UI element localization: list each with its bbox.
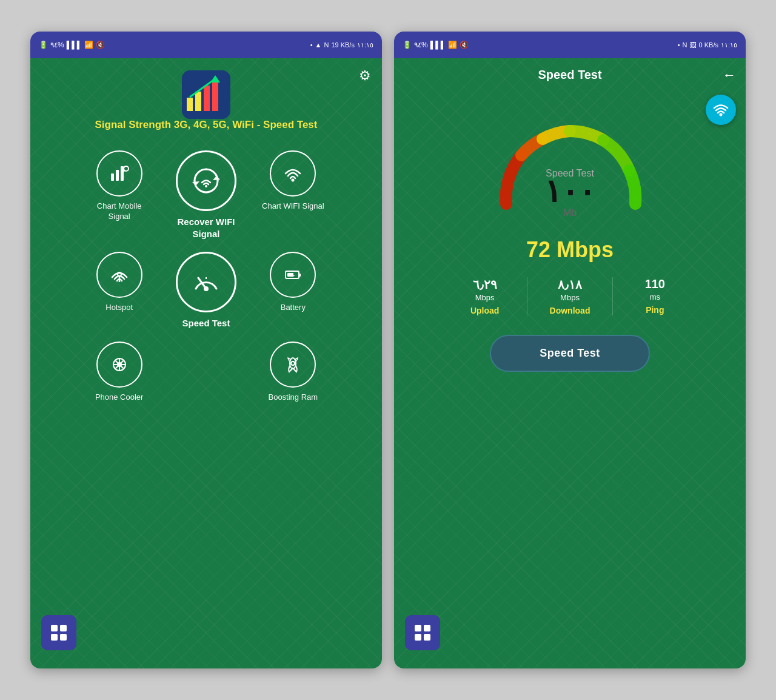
svg-rect-7 (116, 170, 119, 181)
chart-wifi-signal-label: Chart WIFI Signal (262, 201, 324, 212)
time-display: ١١:١٥ (357, 41, 373, 49)
download-stat: ٨٫١٨ Mbps Download (527, 277, 612, 315)
chart-mobile-signal-circle (96, 150, 142, 197)
download-label: Download (550, 306, 590, 315)
svg-rect-60 (415, 634, 421, 641)
svg-text:Mb: Mb (563, 207, 577, 218)
svg-text:١٠٠: ١٠٠ (544, 173, 595, 209)
svg-rect-36 (60, 634, 67, 641)
battery-icon-r: 🔋 (403, 41, 412, 49)
network-r: N (683, 41, 687, 49)
battery-label: Battery (281, 303, 306, 313)
main-menu-content: ⚙ Signal Strength 3G, 4G, 5G, WiFi - Spe… (30, 58, 382, 668)
upload-stat: ٦٫٢٩ Mbps Upload (443, 277, 527, 315)
svg-marker-12 (192, 181, 199, 186)
download-unit: Mbps (560, 293, 580, 302)
time-r: ١١:١٥ (721, 41, 737, 49)
upload-label: Upload (470, 306, 499, 315)
chart-mobile-signal-item[interactable]: Chart MobileSignal (79, 150, 159, 240)
mute-icon: 🔇 (96, 41, 105, 49)
status-center: • ▲ N 19 KB/s ١١:١٥ (310, 41, 373, 49)
svg-point-15 (118, 272, 121, 276)
battery-icon: 🔋 (39, 41, 48, 49)
wifi-icon-status: 📶 (84, 41, 93, 49)
phone-cooler-circle (96, 342, 142, 388)
speedtest-header: Speed Test ← (404, 68, 736, 82)
left-phone-screen: 🔋 ٩٤% ▌▌▌ 📶 🔇 • ▲ N 19 KB/s ١١:١٥ ⚙ (30, 32, 382, 668)
app-logo[interactable] (182, 70, 230, 119)
speed-test-item[interactable]: Speed Test (166, 252, 246, 329)
status-bar-right: 🔋 ٩٤% ▌▌▌ 📶 🔇 • N 🖼 0 KB/s ١١:١٥ (394, 32, 746, 58)
signal-bars-icon-r: ▌▌▌ (430, 41, 446, 49)
ping-label: Ping (646, 305, 664, 315)
svg-rect-6 (111, 173, 114, 181)
speedtest-title: Speed Test (538, 68, 601, 82)
chart-mobile-signal-label: Chart MobileSignal (97, 201, 142, 222)
bottom-widget-left[interactable] (41, 615, 76, 650)
svg-rect-24 (287, 273, 293, 277)
svg-rect-58 (415, 625, 421, 631)
phone-cooler-label: Phone Cooler (95, 392, 144, 403)
download-value: ٨٫١٨ (558, 277, 582, 292)
network-icon: N (324, 41, 329, 49)
hotspot-item[interactable]: Hotspot (79, 252, 159, 329)
phone-cooler-item[interactable]: Phone Cooler (79, 342, 159, 403)
alert-icon: ▲ (315, 41, 322, 49)
status-left: 🔋 ٩٤% ▌▌▌ 📶 🔇 (39, 41, 105, 49)
speed-test-button[interactable]: Speed Test (490, 335, 650, 372)
speed-display: 19 KB/s (331, 41, 355, 49)
ping-value: 110 (645, 277, 665, 291)
recover-wifi-signal-label: Recover WIFISignal (177, 216, 235, 240)
svg-point-14 (292, 179, 295, 182)
icon-grid: Chart MobileSignal (79, 150, 333, 402)
right-phone-screen: 🔋 ٩٤% ▌▌▌ 📶 🔇 • N 🖼 0 KB/s ١١:١٥ Speed T… (394, 32, 746, 668)
recover-wifi-signal-circle (176, 150, 236, 211)
battery-item[interactable]: Battery (253, 252, 333, 329)
signal-bars-icon: ▌▌▌ (67, 41, 82, 49)
battery-percent-r: ٩٤% (414, 41, 428, 49)
status-bar-left: 🔋 ٩٤% ▌▌▌ 📶 🔇 • ▲ N 19 KB/s ١١:١٥ (30, 32, 382, 58)
settings-icon[interactable]: ⚙ (359, 68, 371, 84)
gauge-container: Speed Test ١٠٠ Mb (473, 98, 667, 231)
wifi-fab[interactable] (706, 95, 736, 125)
svg-rect-33 (51, 625, 58, 631)
battery-percent: ٩٤% (50, 41, 64, 49)
wifi-icon-status-r: 📶 (448, 41, 457, 49)
svg-point-37 (720, 113, 723, 116)
svg-rect-4 (212, 79, 218, 111)
svg-rect-35 (51, 634, 58, 641)
back-arrow[interactable]: ← (723, 67, 736, 83)
status-center-r: • N 🖼 0 KB/s ١١:١٥ (678, 41, 737, 49)
svg-point-18 (204, 286, 209, 291)
chart-wifi-signal-circle (270, 150, 316, 197)
svg-rect-23 (299, 274, 301, 277)
status-left-right: 🔋 ٩٤% ▌▌▌ 📶 🔇 (403, 41, 469, 49)
speedtest-content: Speed Test ← (394, 58, 746, 668)
chart-wifi-signal-item[interactable]: Chart WIFI Signal (253, 150, 333, 240)
boosting-ram-circle (270, 342, 316, 388)
svg-marker-11 (213, 176, 220, 180)
empty-slot (166, 342, 246, 403)
mute-icon-r: 🔇 (460, 41, 469, 49)
dot-r: • (678, 41, 680, 49)
svg-rect-2 (195, 92, 201, 111)
ping-unit: ms (650, 292, 660, 301)
stats-row: ٦٫٢٩ Mbps Upload ٨٫١٨ Mbps Download 110 … (443, 277, 697, 315)
battery-circle (270, 252, 316, 298)
speed-test-circle (176, 252, 236, 312)
boosting-ram-item[interactable]: Boosting Ram (253, 342, 333, 403)
dot-status: • (310, 41, 313, 49)
photo-icon: 🖼 (690, 41, 697, 49)
svg-point-32 (291, 362, 295, 365)
svg-rect-61 (424, 634, 430, 641)
bottom-widget-right[interactable] (405, 615, 440, 650)
recover-wifi-signal-item[interactable]: Recover WIFISignal (166, 150, 246, 240)
speed-test-menu-label: Speed Test (182, 317, 230, 329)
upload-unit: Mbps (475, 293, 495, 302)
boosting-ram-label: Boosting Ram (268, 392, 318, 403)
svg-point-13 (205, 185, 207, 187)
speed-r: 0 KB/s (699, 41, 718, 49)
upload-value: ٦٫٢٩ (473, 277, 497, 292)
svg-rect-59 (424, 625, 430, 631)
svg-rect-3 (204, 86, 210, 111)
